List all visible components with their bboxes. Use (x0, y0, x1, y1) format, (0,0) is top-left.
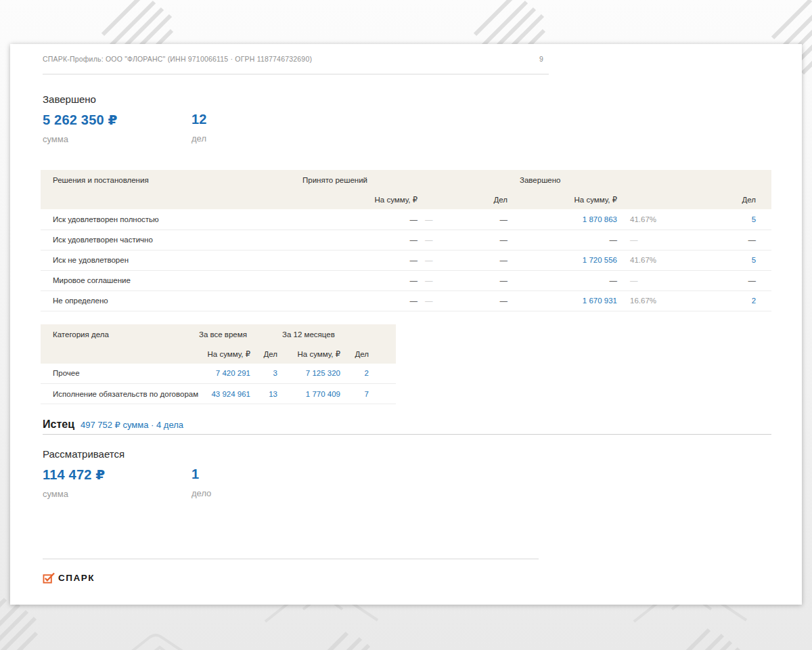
inprogress-sum-value: 114 472 ₽ (43, 467, 191, 483)
inprogress-cases-value: 1 (191, 467, 340, 482)
decisions-table-body: Иск удовлетворен полностью———1 870 86341… (41, 209, 771, 311)
cell-year-cases: 2 (340, 364, 369, 384)
cell-all-cases: 13 (250, 384, 277, 404)
table-row: Прочее7 420 29137 125 3202 (41, 364, 396, 384)
cell-accepted-sum: — (302, 290, 418, 311)
cell-label: Иск удовлетворен полностью (41, 209, 302, 230)
table-row: Иск не удовлетворен———1 720 55641.67%5 (41, 250, 771, 270)
year-cases-header: Дел (340, 345, 369, 364)
decisions-table: Решения и постановления Принято решений … (41, 170, 771, 311)
category-table-sub-header: На сумму, ₽ Дел На сумму, ₽ Дел (41, 345, 396, 364)
table-row: Исполнение обязательств по договорам43 9… (41, 384, 396, 404)
alltime-cases-header: Дел (250, 345, 277, 364)
cell-label: Иск не удовлетворен (41, 250, 302, 270)
category-table-group-header: Категория дела За все время За 12 месяце… (41, 324, 396, 345)
cell-accepted-sum: — (302, 230, 418, 250)
cell-accepted-cases: — (477, 290, 508, 311)
accepted-group-header: Принято решений (302, 170, 508, 190)
cell-accepted-cases: — (477, 209, 508, 230)
completed-stats: 5 262 350 ₽ сумма 12 дел (43, 112, 771, 144)
cell-all-cases: 3 (250, 364, 277, 384)
decisions-table-group-header: Решения и постановления Принято решений … (41, 170, 771, 190)
page-footer: СПАРК (43, 559, 539, 584)
cell-accepted-pct: — (418, 290, 477, 311)
cell-accepted-pct: — (418, 250, 477, 270)
table-row: Не определено———1 670 93116.67%2 (41, 290, 771, 311)
spark-checkbox-icon (43, 572, 55, 584)
completed-sum-value: 5 262 350 ₽ (43, 112, 191, 128)
completed-cases-value: 12 (191, 112, 340, 127)
completed-sum-stat: 5 262 350 ₽ сумма (43, 112, 191, 144)
cell-year-sum: 7 125 320 (277, 364, 340, 384)
completed-sum-header: На сумму, ₽ (508, 190, 617, 209)
completed-cases-stat: 12 дел (191, 112, 340, 144)
cell-accepted-cases: — (477, 250, 508, 270)
plaintiff-section-header: Истец 497 752 ₽ сумма · 4 дела (43, 418, 771, 435)
cell-completed-pct: — (617, 270, 685, 290)
page-header: СПАРК-Профиль: ООО "ФЛОРАНС" (ИНН 971006… (43, 44, 549, 74)
cell-completed-pct: — (617, 230, 685, 250)
plaintiff-heading: Истец (43, 418, 74, 431)
cell-accepted-pct: — (418, 270, 477, 290)
cell-label: Исполнение обязательств по договорам (41, 384, 199, 404)
inprogress-cases-stat: 1 дело (191, 467, 340, 499)
completed-cases-label: дел (191, 133, 340, 144)
report-title: СПАРК-Профиль: ООО "ФЛОРАНС" (ИНН 971006… (43, 55, 312, 63)
cell-completed-pct: 41.67% (617, 209, 685, 230)
alltime-group-header: За все время (199, 324, 277, 345)
year-sum-header: На сумму, ₽ (277, 345, 340, 364)
spark-logo-text: СПАРК (58, 573, 95, 583)
cell-year-cases: 7 (340, 384, 369, 404)
cell-completed-cases: 2 (685, 290, 756, 311)
cell-completed-cases: 5 (685, 209, 756, 230)
cell-all-sum: 43 924 961 (199, 384, 250, 404)
cell-label: Не определено (41, 290, 302, 311)
alltime-sum-header: На сумму, ₽ (199, 345, 250, 364)
cell-accepted-pct: — (418, 209, 477, 230)
cell-label: Иск удовлетворен частично (41, 230, 302, 250)
cell-completed-sum: 1 870 863 (508, 209, 617, 230)
accepted-sum-header: На сумму, ₽ (302, 190, 418, 209)
inprogress-stats: 114 472 ₽ сумма 1 дело (43, 467, 771, 499)
table-row: Иск удовлетворен частично—————— (41, 230, 771, 250)
inprogress-section-heading: Рассматривается (43, 448, 771, 460)
cell-accepted-sum: — (302, 270, 418, 290)
cell-completed-sum: 1 670 931 (508, 290, 617, 311)
decisions-col-label: Решения и постановления (41, 170, 302, 190)
cell-label: Мировое соглашение (41, 270, 302, 290)
cell-accepted-sum: — (302, 209, 418, 230)
year-group-header: За 12 месяцев (277, 324, 369, 345)
inprogress-sum-stat: 114 472 ₽ сумма (43, 467, 191, 499)
spark-logo: СПАРК (43, 572, 539, 584)
completed-section-heading: Завершено (43, 93, 771, 105)
cell-label: Прочее (41, 364, 199, 384)
cell-all-sum: 7 420 291 (199, 364, 250, 384)
inprogress-cases-label: дело (191, 488, 340, 498)
category-table-body: Прочее7 420 29137 125 3202Исполнение обя… (41, 364, 396, 404)
cell-accepted-cases: — (477, 230, 508, 250)
table-row: Мировое соглашение—————— (41, 270, 771, 290)
cell-completed-sum: 1 720 556 (508, 250, 617, 270)
cell-completed-sum: — (508, 270, 617, 290)
completed-sum-label: сумма (43, 134, 191, 144)
completed-group-header: Завершено (508, 170, 756, 190)
cell-completed-sum: — (508, 230, 617, 250)
table-row: Иск удовлетворен полностью———1 870 86341… (41, 209, 771, 230)
category-table: Категория дела За все время За 12 месяце… (41, 324, 396, 405)
page-number: 9 (539, 55, 543, 63)
cell-accepted-pct: — (418, 230, 477, 250)
cell-completed-cases: 5 (685, 250, 756, 270)
cell-completed-pct: 41.67% (617, 250, 685, 270)
decisions-table-sub-header: На сумму, ₽ Дел На сумму, ₽ Дел (41, 190, 771, 209)
plaintiff-summary: 497 752 ₽ сумма · 4 дела (81, 420, 183, 430)
report-page: СПАРК-Профиль: ООО "ФЛОРАНС" (ИНН 971006… (10, 44, 802, 605)
cell-completed-cases: — (685, 270, 756, 290)
cell-accepted-cases: — (477, 270, 508, 290)
cell-completed-pct: 16.67% (617, 290, 685, 311)
accepted-cases-header: Дел (477, 190, 508, 209)
category-col-label: Категория дела (41, 324, 199, 345)
cell-year-sum: 1 770 409 (277, 384, 340, 404)
cell-accepted-sum: — (302, 250, 418, 270)
cell-completed-cases: — (685, 230, 756, 250)
inprogress-sum-label: сумма (43, 489, 191, 499)
